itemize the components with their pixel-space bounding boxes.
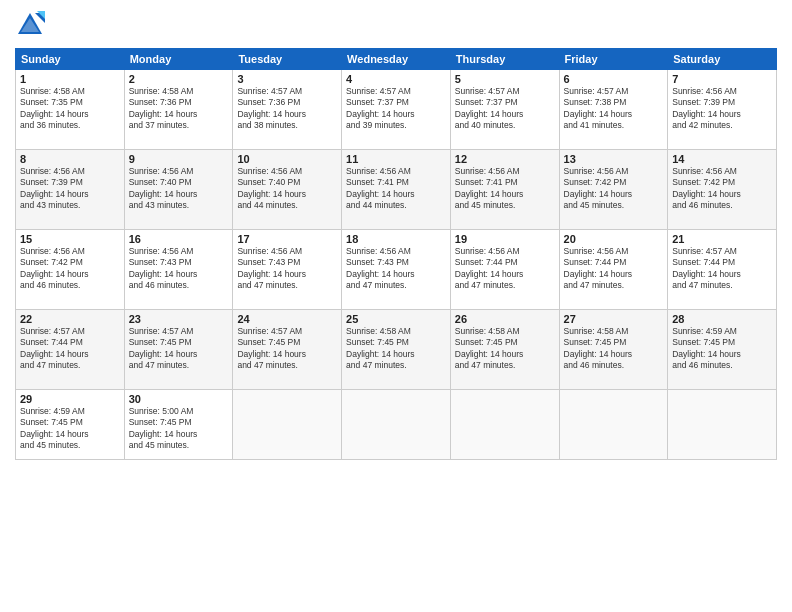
calendar-cell: 20 Sunrise: 4:56 AM Sunset: 7:44 PM Dayl… — [559, 230, 668, 310]
day-number: 26 — [455, 313, 555, 325]
day-info: Sunrise: 4:58 AM Sunset: 7:45 PM Dayligh… — [455, 326, 555, 372]
page: SundayMondayTuesdayWednesdayThursdayFrid… — [0, 0, 792, 612]
day-info: Sunrise: 4:56 AM Sunset: 7:40 PM Dayligh… — [237, 166, 337, 212]
calendar-week-4: 22 Sunrise: 4:57 AM Sunset: 7:44 PM Dayl… — [16, 310, 777, 390]
calendar-cell: 25 Sunrise: 4:58 AM Sunset: 7:45 PM Dayl… — [342, 310, 451, 390]
day-number: 19 — [455, 233, 555, 245]
day-number: 17 — [237, 233, 337, 245]
day-info: Sunrise: 4:57 AM Sunset: 7:45 PM Dayligh… — [129, 326, 229, 372]
day-info: Sunrise: 4:56 AM Sunset: 7:41 PM Dayligh… — [346, 166, 446, 212]
calendar-cell: 21 Sunrise: 4:57 AM Sunset: 7:44 PM Dayl… — [668, 230, 777, 310]
day-info: Sunrise: 4:56 AM Sunset: 7:39 PM Dayligh… — [20, 166, 120, 212]
calendar-cell — [559, 390, 668, 460]
calendar-week-2: 8 Sunrise: 4:56 AM Sunset: 7:39 PM Dayli… — [16, 150, 777, 230]
calendar-cell: 3 Sunrise: 4:57 AM Sunset: 7:36 PM Dayli… — [233, 70, 342, 150]
day-header-saturday: Saturday — [668, 49, 777, 70]
day-number: 6 — [564, 73, 664, 85]
day-info: Sunrise: 4:57 AM Sunset: 7:37 PM Dayligh… — [346, 86, 446, 132]
calendar-cell: 10 Sunrise: 4:56 AM Sunset: 7:40 PM Dayl… — [233, 150, 342, 230]
day-info: Sunrise: 4:56 AM Sunset: 7:42 PM Dayligh… — [564, 166, 664, 212]
calendar-cell: 28 Sunrise: 4:59 AM Sunset: 7:45 PM Dayl… — [668, 310, 777, 390]
calendar-cell — [342, 390, 451, 460]
calendar-cell: 4 Sunrise: 4:57 AM Sunset: 7:37 PM Dayli… — [342, 70, 451, 150]
calendar-cell: 12 Sunrise: 4:56 AM Sunset: 7:41 PM Dayl… — [450, 150, 559, 230]
day-number: 30 — [129, 393, 229, 405]
day-number: 16 — [129, 233, 229, 245]
day-info: Sunrise: 4:57 AM Sunset: 7:37 PM Dayligh… — [455, 86, 555, 132]
day-info: Sunrise: 4:56 AM Sunset: 7:42 PM Dayligh… — [672, 166, 772, 212]
day-info: Sunrise: 4:56 AM Sunset: 7:43 PM Dayligh… — [237, 246, 337, 292]
header — [15, 10, 777, 40]
calendar-cell: 24 Sunrise: 4:57 AM Sunset: 7:45 PM Dayl… — [233, 310, 342, 390]
day-number: 10 — [237, 153, 337, 165]
day-info: Sunrise: 4:59 AM Sunset: 7:45 PM Dayligh… — [672, 326, 772, 372]
day-number: 1 — [20, 73, 120, 85]
day-header-sunday: Sunday — [16, 49, 125, 70]
day-info: Sunrise: 4:56 AM Sunset: 7:42 PM Dayligh… — [20, 246, 120, 292]
day-number: 22 — [20, 313, 120, 325]
day-number: 5 — [455, 73, 555, 85]
calendar-cell: 8 Sunrise: 4:56 AM Sunset: 7:39 PM Dayli… — [16, 150, 125, 230]
calendar-week-5: 29 Sunrise: 4:59 AM Sunset: 7:45 PM Dayl… — [16, 390, 777, 460]
day-number: 21 — [672, 233, 772, 245]
day-number: 7 — [672, 73, 772, 85]
logo — [15, 10, 48, 40]
day-number: 23 — [129, 313, 229, 325]
calendar-cell: 18 Sunrise: 4:56 AM Sunset: 7:43 PM Dayl… — [342, 230, 451, 310]
calendar-cell: 6 Sunrise: 4:57 AM Sunset: 7:38 PM Dayli… — [559, 70, 668, 150]
day-info: Sunrise: 4:56 AM Sunset: 7:44 PM Dayligh… — [455, 246, 555, 292]
day-header-thursday: Thursday — [450, 49, 559, 70]
day-info: Sunrise: 4:57 AM Sunset: 7:44 PM Dayligh… — [672, 246, 772, 292]
day-number: 9 — [129, 153, 229, 165]
day-header-wednesday: Wednesday — [342, 49, 451, 70]
calendar-cell: 19 Sunrise: 4:56 AM Sunset: 7:44 PM Dayl… — [450, 230, 559, 310]
day-info: Sunrise: 4:57 AM Sunset: 7:36 PM Dayligh… — [237, 86, 337, 132]
calendar-cell — [668, 390, 777, 460]
day-number: 3 — [237, 73, 337, 85]
calendar-cell: 26 Sunrise: 4:58 AM Sunset: 7:45 PM Dayl… — [450, 310, 559, 390]
calendar-cell: 2 Sunrise: 4:58 AM Sunset: 7:36 PM Dayli… — [124, 70, 233, 150]
day-header-friday: Friday — [559, 49, 668, 70]
calendar-cell: 22 Sunrise: 4:57 AM Sunset: 7:44 PM Dayl… — [16, 310, 125, 390]
logo-icon — [15, 10, 45, 40]
day-number: 18 — [346, 233, 446, 245]
day-info: Sunrise: 4:57 AM Sunset: 7:45 PM Dayligh… — [237, 326, 337, 372]
calendar-cell: 27 Sunrise: 4:58 AM Sunset: 7:45 PM Dayl… — [559, 310, 668, 390]
calendar-cell: 14 Sunrise: 4:56 AM Sunset: 7:42 PM Dayl… — [668, 150, 777, 230]
day-number: 15 — [20, 233, 120, 245]
calendar-cell: 5 Sunrise: 4:57 AM Sunset: 7:37 PM Dayli… — [450, 70, 559, 150]
day-header-monday: Monday — [124, 49, 233, 70]
calendar-cell: 11 Sunrise: 4:56 AM Sunset: 7:41 PM Dayl… — [342, 150, 451, 230]
day-number: 24 — [237, 313, 337, 325]
calendar-cell: 13 Sunrise: 4:56 AM Sunset: 7:42 PM Dayl… — [559, 150, 668, 230]
calendar-cell: 15 Sunrise: 4:56 AM Sunset: 7:42 PM Dayl… — [16, 230, 125, 310]
calendar-table: SundayMondayTuesdayWednesdayThursdayFrid… — [15, 48, 777, 460]
day-info: Sunrise: 4:58 AM Sunset: 7:45 PM Dayligh… — [564, 326, 664, 372]
calendar-cell: 1 Sunrise: 4:58 AM Sunset: 7:35 PM Dayli… — [16, 70, 125, 150]
calendar-cell: 23 Sunrise: 4:57 AM Sunset: 7:45 PM Dayl… — [124, 310, 233, 390]
day-info: Sunrise: 4:56 AM Sunset: 7:44 PM Dayligh… — [564, 246, 664, 292]
day-header-tuesday: Tuesday — [233, 49, 342, 70]
day-info: Sunrise: 5:00 AM Sunset: 7:45 PM Dayligh… — [129, 406, 229, 452]
calendar-header-row: SundayMondayTuesdayWednesdayThursdayFrid… — [16, 49, 777, 70]
calendar-cell: 30 Sunrise: 5:00 AM Sunset: 7:45 PM Dayl… — [124, 390, 233, 460]
day-number: 8 — [20, 153, 120, 165]
day-info: Sunrise: 4:56 AM Sunset: 7:40 PM Dayligh… — [129, 166, 229, 212]
calendar-week-1: 1 Sunrise: 4:58 AM Sunset: 7:35 PM Dayli… — [16, 70, 777, 150]
calendar-cell: 7 Sunrise: 4:56 AM Sunset: 7:39 PM Dayli… — [668, 70, 777, 150]
day-number: 2 — [129, 73, 229, 85]
day-number: 13 — [564, 153, 664, 165]
day-info: Sunrise: 4:56 AM Sunset: 7:41 PM Dayligh… — [455, 166, 555, 212]
calendar-cell — [233, 390, 342, 460]
day-info: Sunrise: 4:58 AM Sunset: 7:36 PM Dayligh… — [129, 86, 229, 132]
calendar-cell: 16 Sunrise: 4:56 AM Sunset: 7:43 PM Dayl… — [124, 230, 233, 310]
day-number: 14 — [672, 153, 772, 165]
day-info: Sunrise: 4:59 AM Sunset: 7:45 PM Dayligh… — [20, 406, 120, 452]
calendar-week-3: 15 Sunrise: 4:56 AM Sunset: 7:42 PM Dayl… — [16, 230, 777, 310]
day-number: 25 — [346, 313, 446, 325]
day-number: 27 — [564, 313, 664, 325]
calendar-cell — [450, 390, 559, 460]
day-info: Sunrise: 4:58 AM Sunset: 7:45 PM Dayligh… — [346, 326, 446, 372]
day-info: Sunrise: 4:57 AM Sunset: 7:44 PM Dayligh… — [20, 326, 120, 372]
day-number: 4 — [346, 73, 446, 85]
